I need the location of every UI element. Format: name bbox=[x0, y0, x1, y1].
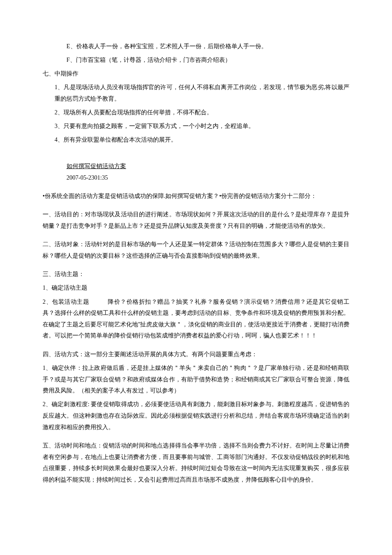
article-title: 如何撰写促销活动方案 bbox=[43, 161, 349, 172]
seven-item-1: 1、凡是现场活动人员没有现场指挥官的许可，任何人不得私自离开工作岗位，若发现，情… bbox=[43, 82, 349, 105]
seven-item-2: 2、现场所有人员要配合现场指挥的任何举措，不得不配合。 bbox=[43, 107, 349, 119]
seven-item-4: 4、所有异业联盟单位都配合本次活动的展开。 bbox=[43, 134, 349, 146]
section-1: 一、活动目的：对市场现状及活动目的进行阐述。市场现状如何？开展这次活动的目的是什… bbox=[43, 209, 349, 232]
section-4-heading: 四、活动方式：这一部分主要阐述活动开展的具体方式。有两个问题要重点考虑： bbox=[43, 349, 349, 360]
section-5: 五、活动时间和地点：促销活动的时间和地点选择得当会事半功倍，选择不当则会费力不讨… bbox=[43, 440, 349, 485]
section-3-item-2: 2、包装活动主题 降价？价格折扣？赠品？抽奖？礼券？服务促销？演示促销？消费信用… bbox=[43, 296, 349, 342]
list-item-f: F、门市百宝箱（笔，计尊器，活动介绍卡，门市咨商介绍表） bbox=[43, 55, 349, 66]
seven-item-3: 3、只要有意向拍摄之顾客，一定留下联系方式，一个小时之内，全程追单。 bbox=[43, 121, 349, 132]
section-3-heading: 三、活动主题： bbox=[43, 269, 349, 280]
section-4-item-2: 2、确定刺激程度: 要使促销取得成功，必须要使活动具有刺激力，能刺激目标对象参与… bbox=[43, 399, 349, 433]
article-intro: •份系统全面的活动方案是促销活动成功的保障.如何撰写促销方案？•份完善的促销活动… bbox=[43, 191, 349, 202]
section-4-item-1: 1、确定伙伴：拉上政府做后盾，还是挂上媒体的＂羊头＂来卖自己的＂狗肉＂？是厂家单… bbox=[43, 363, 349, 397]
section-seven-title: 七、中期操作 bbox=[43, 68, 349, 80]
list-item-e: E、价格表人手一份，各种宝宝照，艺术照人手一份，后期价格单人手一份。 bbox=[43, 41, 349, 52]
section-2: 二、活动对象：活动针对的是目标市场的每一个人还是某一特定群体？活动控制在范围多大… bbox=[43, 239, 349, 262]
article-timestamp: 2007-05-2301:35 bbox=[43, 172, 349, 184]
section-3-item-1: 1、确定活动主题 bbox=[43, 282, 349, 294]
